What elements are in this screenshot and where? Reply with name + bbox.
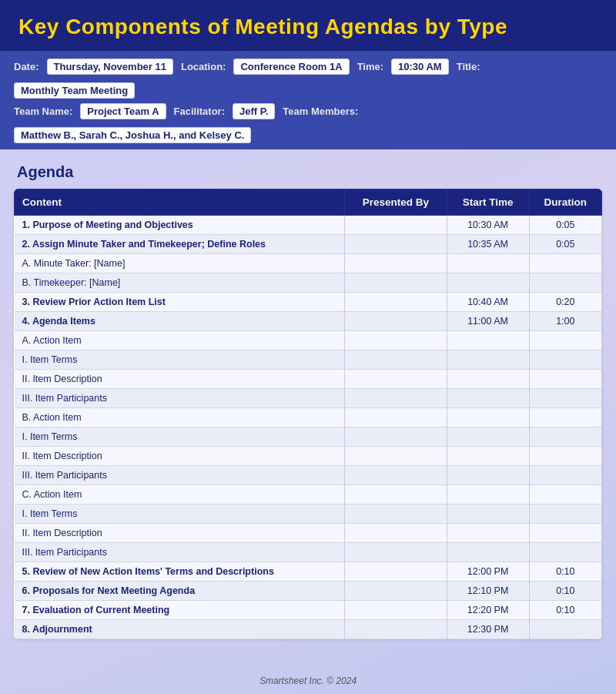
meta-row-2: Team Name: Project Team A Facilitator: J… <box>14 103 602 143</box>
row-content: A. Minute Taker: [Name] <box>15 253 345 273</box>
row-presented-by <box>345 523 447 542</box>
footer-text: Smartsheet Inc. © 2024 <box>259 676 357 686</box>
row-duration <box>529 253 601 273</box>
row-presented-by <box>345 581 447 600</box>
agenda-label: Agenda <box>14 163 602 181</box>
row-presented-by <box>345 215 447 234</box>
row-content: III. Item Participants <box>15 465 345 484</box>
row-presented-by <box>345 427 447 446</box>
title-value: Monthly Team Meeting <box>14 82 135 99</box>
table-row: 8. Adjournment12:30 PM <box>15 619 602 639</box>
table-row: III. Item Participants <box>15 465 602 484</box>
title-label: Title: <box>457 61 480 72</box>
date-value: Thursday, November 11 <box>47 59 173 75</box>
facilitator-value: Jeff P. <box>233 103 275 119</box>
row-duration <box>529 388 601 407</box>
table-body: 1. Purpose of Meeting and Objectives10:3… <box>15 215 602 639</box>
table-row: 3. Review Prior Action Item List10:40 AM… <box>15 292 602 311</box>
row-content: B. Action Item <box>15 407 345 427</box>
row-presented-by <box>345 253 447 273</box>
meta-row-1: Date: Thursday, November 11 Location: Co… <box>14 59 602 99</box>
col-start-time: Start Time <box>447 189 529 215</box>
row-content: I. Item Terms <box>15 504 345 523</box>
time-value: 10:30 AM <box>391 59 449 75</box>
row-content: II. Item Description <box>15 523 345 542</box>
row-duration <box>529 407 601 427</box>
row-duration <box>529 542 601 562</box>
row-duration <box>529 465 601 484</box>
col-duration: Duration <box>529 189 601 215</box>
row-duration <box>529 369 601 388</box>
table-row: B. Action Item <box>15 407 602 427</box>
row-start-time <box>447 369 529 388</box>
row-start-time <box>447 465 529 484</box>
row-presented-by <box>345 350 447 369</box>
row-start-time: 10:40 AM <box>447 292 529 311</box>
table-row: 2. Assign Minute Taker and Timekeeper; D… <box>15 234 602 253</box>
row-presented-by <box>345 504 447 523</box>
row-presented-by <box>345 465 447 484</box>
team-members-value: Matthew B., Sarah C., Joshua H., and Kel… <box>14 127 251 143</box>
row-presented-by <box>345 446 447 465</box>
row-start-time <box>447 446 529 465</box>
row-duration <box>529 350 601 369</box>
row-duration: 0:05 <box>529 234 601 253</box>
row-content: 4. Agenda Items <box>15 311 345 330</box>
row-start-time <box>447 253 529 273</box>
row-duration <box>529 427 601 446</box>
row-content: A. Action Item <box>15 330 345 350</box>
row-presented-by <box>345 600 447 619</box>
row-duration: 0:10 <box>529 600 601 619</box>
row-duration <box>529 273 601 292</box>
team-name-label: Team Name: <box>14 106 72 117</box>
row-duration <box>529 504 601 523</box>
row-duration: 0:10 <box>529 581 601 600</box>
table-row: II. Item Description <box>15 369 602 388</box>
row-duration <box>529 484 601 504</box>
row-content: II. Item Description <box>15 446 345 465</box>
row-start-time <box>447 427 529 446</box>
row-presented-by <box>345 330 447 350</box>
header: Key Components of Meeting Agendas by Typ… <box>0 0 616 51</box>
table-row: B. Timekeeper: [Name] <box>15 273 602 292</box>
row-start-time <box>447 523 529 542</box>
row-content: C. Action Item <box>15 484 345 504</box>
row-content: 2. Assign Minute Taker and Timekeeper; D… <box>15 234 345 253</box>
row-start-time: 10:35 AM <box>447 234 529 253</box>
table-row: II. Item Description <box>15 523 602 542</box>
row-start-time <box>447 542 529 562</box>
row-content: 3. Review Prior Action Item List <box>15 292 345 311</box>
team-name-value: Project Team A <box>80 103 166 119</box>
table-row: II. Item Description <box>15 446 602 465</box>
footer: Smartsheet Inc. © 2024 <box>0 669 616 694</box>
row-content: 5. Review of New Action Items' Terms and… <box>15 562 345 581</box>
row-start-time: 12:00 PM <box>447 562 529 581</box>
row-start-time <box>447 273 529 292</box>
agenda-table: Content Presented By Start Time Duration… <box>14 189 602 639</box>
page: Key Components of Meeting Agendas by Typ… <box>0 0 616 694</box>
row-presented-by <box>345 273 447 292</box>
row-duration <box>529 619 601 639</box>
row-presented-by <box>345 619 447 639</box>
row-content: 8. Adjournment <box>15 619 345 639</box>
row-duration <box>529 523 601 542</box>
row-presented-by <box>345 311 447 330</box>
page-title: Key Components of Meeting Agendas by Typ… <box>18 14 598 40</box>
row-presented-by <box>345 292 447 311</box>
table-row: 7. Evaluation of Current Meeting12:20 PM… <box>15 600 602 619</box>
row-start-time: 10:30 AM <box>447 215 529 234</box>
table-row: 5. Review of New Action Items' Terms and… <box>15 562 602 581</box>
row-content: III. Item Participants <box>15 542 345 562</box>
col-content: Content <box>15 189 345 215</box>
table-header: Content Presented By Start Time Duration <box>15 189 602 215</box>
row-start-time: 12:20 PM <box>447 600 529 619</box>
table-row: 6. Proposals for Next Meeting Agenda12:1… <box>15 581 602 600</box>
table-row: III. Item Participants <box>15 542 602 562</box>
row-presented-by <box>345 234 447 253</box>
row-duration <box>529 446 601 465</box>
meta-section: Date: Thursday, November 11 Location: Co… <box>0 51 616 149</box>
row-start-time <box>447 350 529 369</box>
table-row: I. Item Terms <box>15 504 602 523</box>
row-start-time <box>447 484 529 504</box>
row-start-time <box>447 407 529 427</box>
